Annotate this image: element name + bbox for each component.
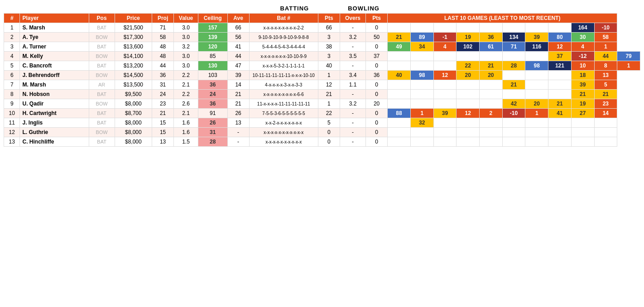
- cell-game-9: [571, 137, 594, 147]
- cell-game-2: [410, 128, 433, 137]
- header-ceiling: Ceiling: [198, 14, 227, 23]
- cell-bat-detail: x-x-x-x-x-x-x-x-x-x-x: [249, 128, 318, 137]
- cell-bowl-pts: 0: [366, 137, 388, 147]
- cell-game-6: 134: [502, 33, 525, 42]
- cell-proj: 44: [152, 61, 174, 71]
- cell-game-10: 13: [594, 71, 617, 80]
- cell-game-4: 20: [457, 71, 480, 80]
- cell-price: $8,000: [115, 128, 152, 137]
- cell-game-2: 34: [410, 42, 433, 52]
- cell-bat-pts: 1: [318, 71, 340, 80]
- cell-proj: 71: [152, 23, 174, 33]
- table-row: 4M. KellyBOW$14,100483.08544x-x-x-x-x-x-…: [4, 52, 640, 61]
- cell-game-6: [502, 71, 525, 80]
- cell-player: N. Hobson: [20, 90, 89, 99]
- cell-game-4: [457, 137, 480, 147]
- cell-game-7: 1: [525, 109, 548, 118]
- cell-bat-pts: 22: [318, 109, 340, 118]
- cell-game-3: [433, 23, 457, 33]
- cell-game-9: [571, 128, 594, 137]
- cell-player: J. Behrendorff: [20, 71, 89, 80]
- cell-game-2: 32: [410, 118, 433, 128]
- cell-game-9: [571, 118, 594, 128]
- cell-game-1: 49: [388, 42, 411, 52]
- cell-game-3: 12: [433, 71, 457, 80]
- cell-game-1: [388, 99, 411, 109]
- header-bowlpts: Pts: [366, 14, 388, 23]
- cell-overs: -: [340, 61, 365, 71]
- table-row: 6J. BehrendorffBOW$14,500362.21033910-11…: [4, 71, 640, 80]
- cell-game-1: [388, 61, 411, 71]
- cell-game-1: 88: [388, 109, 411, 118]
- table-row: 2A. TyeBOW$17,300583.0139569-10-9-10-9-9…: [4, 33, 640, 42]
- header-ave: Ave: [227, 14, 249, 23]
- cell-bowl-pts: 36: [366, 71, 388, 80]
- cell-player: C. Hinchliffe: [20, 137, 89, 147]
- cell-player: H. Cartwright: [20, 109, 89, 118]
- super-empty-right: [388, 4, 617, 14]
- cell-game-4: 102: [457, 42, 480, 52]
- cell-game-8: [548, 128, 572, 137]
- cell-bat-detail: 10-11-11-11-11-11-x-x-x-10-10: [249, 71, 318, 80]
- cell-game-7: [525, 137, 548, 147]
- cell-game-3: 39: [433, 109, 457, 118]
- cell-pos: BOW: [89, 99, 115, 109]
- cell-game-9: 164: [571, 23, 594, 33]
- cell-bat-pts: 12: [318, 80, 340, 90]
- cell-ceiling: 103: [198, 71, 227, 80]
- cell-game-3: [433, 118, 457, 128]
- cell-game-3: [433, 52, 457, 61]
- cell-game-9: 10: [571, 61, 594, 71]
- cell-bat-pts: 3: [318, 52, 340, 61]
- cell-game-7: 20: [525, 99, 548, 109]
- cell-bat-pts: 21: [318, 90, 340, 99]
- cell-bat-detail: x-x-2-x-x-x-x-x-x-x: [249, 118, 318, 128]
- cell-pos: BAT: [89, 109, 115, 118]
- cell-game-6: 42: [502, 99, 525, 109]
- cell-bat-pts: 66: [318, 23, 340, 33]
- cell-price: $21,500: [115, 23, 152, 33]
- cell-value: 1.6: [174, 118, 198, 128]
- cell-game-9: 39: [571, 80, 594, 90]
- cell-pos: BAT: [89, 118, 115, 128]
- cell-proj: 23: [152, 99, 174, 109]
- cell-price: $8,700: [115, 109, 152, 118]
- cell-game-7: [525, 23, 548, 33]
- cell-game-6: 21: [502, 80, 525, 90]
- cell-price: $13,600: [115, 42, 152, 52]
- cell-game-4: [457, 118, 480, 128]
- cell-game-5: 36: [479, 33, 502, 42]
- cell-game-10: 23: [594, 99, 617, 109]
- bowling-label: BOWLING: [340, 4, 387, 14]
- cell-proj: 31: [152, 80, 174, 90]
- cell-bat-detail: x-x-x-x-x-x-x-x-x-6-6: [249, 90, 318, 99]
- cell-value: 2.2: [174, 71, 198, 80]
- cell-game-6: [502, 128, 525, 137]
- cell-overs: -: [340, 42, 365, 52]
- header-player: Player: [20, 14, 89, 23]
- cell-bat-detail: 7-5-5-3-6-5-5-5-5-5-5: [249, 109, 318, 118]
- cell-proj: 15: [152, 118, 174, 128]
- cell-ave: 13: [227, 118, 249, 128]
- super-empty-left: [4, 4, 250, 14]
- cell-bowl-pts: 0: [366, 80, 388, 90]
- cell-bat-detail: x-x-x-x-x-x-x-x-x-x: [249, 137, 318, 147]
- cell-ceiling: 91: [198, 109, 227, 118]
- cell-ave: 56: [227, 33, 249, 42]
- cell-game-10: 21: [594, 90, 617, 99]
- cell-game-9: -12: [571, 52, 594, 61]
- cell-num: 5: [4, 61, 20, 71]
- cell-bat-pts: 5: [318, 118, 340, 128]
- main-wrapper: BATTINGBOWLING # Player Pos Price Proj V…: [0, 0, 644, 150]
- cell-bowl-pts: 0: [366, 109, 388, 118]
- cell-game-3: [433, 99, 457, 109]
- cell-game-8: [548, 71, 572, 80]
- cell-game-1: [388, 128, 411, 137]
- cell-ave: -: [227, 137, 249, 147]
- cell-game-2: 98: [410, 71, 433, 80]
- header-proj: Proj: [152, 14, 174, 23]
- cell-game-10: 58: [594, 33, 617, 42]
- cell-game-8: [548, 80, 572, 90]
- cell-value: 3.0: [174, 52, 198, 61]
- header-batpts: Pts: [318, 14, 340, 23]
